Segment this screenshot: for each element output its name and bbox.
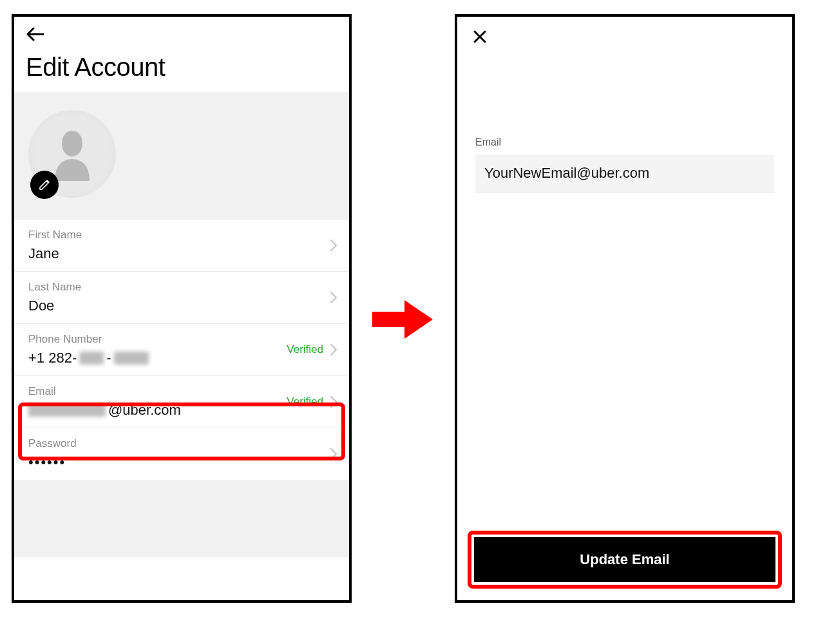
password-value: •••••• [28, 454, 335, 471]
chevron-right-icon [330, 239, 337, 252]
redacted-text [28, 404, 106, 417]
email-input[interactable]: YourNewEmail@uber.com [475, 155, 774, 193]
redacted-text [79, 352, 104, 365]
last-name-value: Doe [28, 298, 335, 314]
first-name-value: Jane [28, 245, 335, 262]
chevron-right-icon [330, 448, 337, 460]
page-title: Edit Account [14, 44, 349, 92]
update-email-screen: Email YourNewEmail@uber.com Update Email [455, 14, 795, 603]
update-email-highlight: Update Email [468, 531, 782, 589]
close-icon[interactable] [473, 35, 487, 46]
back-arrow-icon[interactable] [26, 32, 44, 43]
last-name-row[interactable]: Last Name Doe [14, 272, 349, 324]
email-field-label: Email [475, 137, 774, 148]
chevron-right-icon [330, 395, 337, 408]
email-row[interactable]: Email @uber.com Verified [14, 376, 349, 428]
password-row[interactable]: Password •••••• [14, 428, 349, 480]
first-name-label: First Name [28, 229, 335, 242]
bottom-spacer [14, 480, 349, 557]
chevron-right-icon [330, 291, 337, 304]
first-name-row[interactable]: First Name Jane [14, 220, 349, 272]
last-name-label: Last Name [28, 281, 335, 294]
update-email-button[interactable]: Update Email [474, 537, 775, 582]
pencil-icon [38, 178, 51, 191]
edit-account-screen: Edit Account First Name Jane Last Name D… [12, 14, 352, 603]
flow-arrow-icon [367, 294, 438, 345]
avatar-section [14, 92, 349, 220]
avatar-placeholder[interactable] [28, 110, 116, 198]
password-label: Password [28, 437, 335, 450]
phone-row[interactable]: Phone Number +1 282- - Verified [14, 324, 349, 376]
phone-verified-badge: Verified [287, 343, 323, 356]
chevron-right-icon [330, 343, 337, 356]
person-silhouette-icon [50, 127, 95, 181]
edit-avatar-button[interactable] [30, 171, 59, 199]
email-verified-badge: Verified [287, 395, 323, 408]
redacted-text [114, 352, 149, 365]
